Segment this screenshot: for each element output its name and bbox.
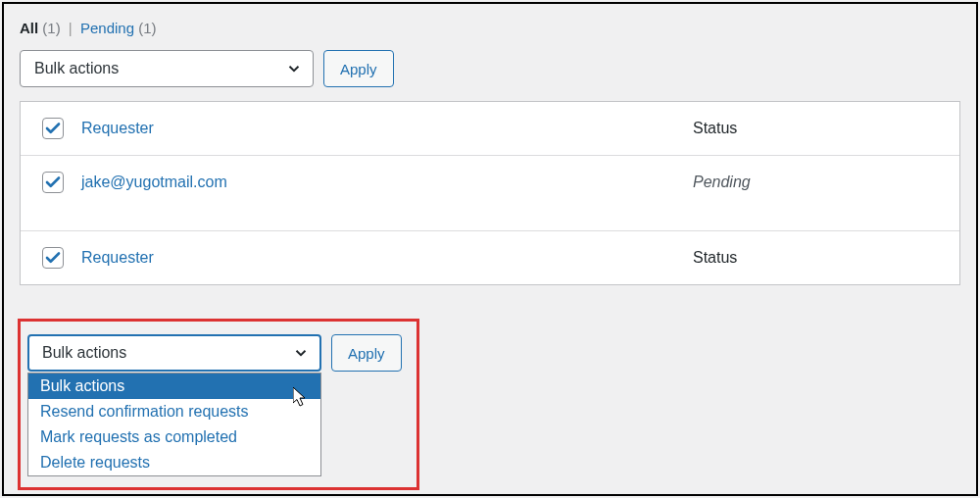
header-requester-label: Requester [81, 120, 154, 136]
header-requester[interactable]: Requester [81, 120, 693, 137]
dropdown-option-delete[interactable]: Delete requests [28, 450, 320, 475]
select-all-checkbox-bottom[interactable] [42, 247, 64, 269]
tab-all-label: All [20, 20, 38, 36]
chevron-down-icon [285, 60, 303, 77]
bulk-select-value-bottom: Bulk actions [42, 344, 126, 362]
bulk-actions-bottom: Bulk actions Bulk actions Resend confirm… [27, 334, 321, 372]
tab-pending-label: Pending [80, 20, 134, 36]
dropdown-option-resend[interactable]: Resend confirmation requests [28, 399, 320, 424]
bulk-actions-dropdown: Bulk actions Resend confirmation request… [27, 373, 321, 476]
bulk-actions-top: Bulk actions Apply [20, 50, 960, 87]
footer-requester[interactable]: Requester [81, 249, 693, 267]
row-requester-email: jake@yugotmail.com [81, 174, 227, 190]
header-status: Status [693, 120, 938, 137]
row-status: Pending [693, 174, 938, 191]
chevron-down-icon [292, 344, 310, 362]
bulk-actions-select-bottom[interactable]: Bulk actions [27, 334, 321, 372]
table-header-row: Requester Status [21, 102, 959, 156]
tab-all-count: (1) [42, 20, 60, 36]
apply-button-bottom[interactable]: Apply [331, 334, 402, 372]
filter-tabs: All (1) | Pending (1) [20, 20, 960, 36]
footer-status: Status [693, 249, 938, 267]
tab-all[interactable]: All (1) [20, 20, 65, 36]
dropdown-option-bulk[interactable]: Bulk actions [28, 374, 320, 399]
page-container: All (1) | Pending (1) Bulk actions Apply [2, 2, 978, 496]
table-row: jake@yugotmail.com Pending [21, 156, 959, 231]
dropdown-option-mark-complete[interactable]: Mark requests as completed [28, 424, 320, 450]
bulk-select-value-top: Bulk actions [34, 60, 119, 77]
table-footer-row: Requester Status [21, 231, 959, 284]
row-requester[interactable]: jake@yugotmail.com [81, 174, 693, 191]
tab-pending-count: (1) [138, 20, 156, 36]
bulk-select-wrap-top: Bulk actions [20, 50, 314, 87]
bulk-actions-select-top[interactable]: Bulk actions [20, 50, 314, 87]
row-checkbox[interactable] [42, 172, 64, 193]
tab-pending[interactable]: Pending (1) [80, 20, 157, 36]
tab-separator: | [69, 20, 73, 36]
apply-button-top[interactable]: Apply [323, 50, 394, 87]
footer-requester-label: Requester [81, 249, 154, 266]
requests-table: Requester Status jake@yugotmail.com Pend… [20, 101, 960, 285]
select-all-checkbox-top[interactable] [42, 118, 64, 139]
